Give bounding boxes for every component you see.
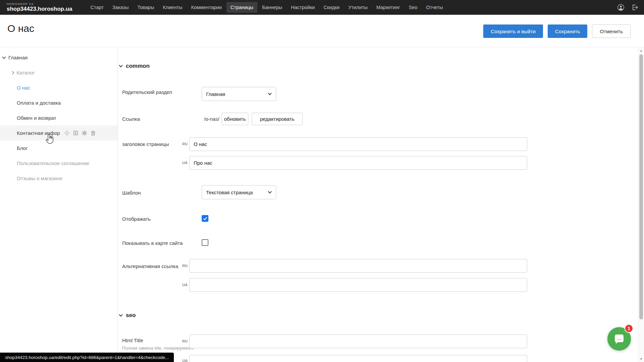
delete-icon[interactable] — [90, 130, 96, 136]
header-buttons: Сохранить и выйти Сохранить Отменить — [483, 24, 631, 38]
topbar: HOROSHOP V4 shop34423.horoshop.ua Старт … — [0, 0, 644, 15]
page-header: О нас Сохранить и выйти Сохранить Отмени… — [0, 15, 644, 47]
link-status-tooltip: shop34423.horoshop.ua/edit/edit.php?id=6… — [0, 353, 174, 362]
tree-item-soglashenie[interactable]: Пользовательское соглашение — [0, 156, 117, 171]
page-title: О нас — [7, 23, 34, 34]
logo-product-label: HOROSHOP V4 — [7, 3, 72, 6]
menu-item-products[interactable]: Товары — [133, 2, 158, 13]
menu-item-start[interactable]: Старт — [87, 2, 108, 13]
sitemap-label: Показывать в карте сайта — [122, 240, 183, 246]
template-select[interactable]: Текстовая страница — [202, 185, 276, 199]
menu-item-marketing[interactable]: Маркетинг — [373, 2, 404, 13]
chat-widget-button[interactable]: 1 — [607, 327, 631, 351]
page-title-ru-input[interactable] — [189, 137, 527, 151]
lang-ru-badge: RU — [182, 142, 188, 146]
tree-item-blog[interactable]: Блог — [0, 141, 117, 156]
chevron-down-icon — [119, 313, 122, 316]
html-title-label: Html Title — [122, 338, 143, 343]
section-title: common — [126, 63, 150, 69]
display-label: Отображать — [122, 216, 151, 222]
tree-item-oplata[interactable]: Оплата и доставка — [0, 95, 117, 110]
menu-item-seo[interactable]: Seo — [405, 2, 422, 13]
page-edit-form: common Родительский раздел Главная Ссылк… — [118, 48, 638, 362]
menu-item-clients[interactable]: Клиенты — [159, 2, 186, 13]
section-seo[interactable]: seo — [119, 312, 136, 319]
menu-item-comments[interactable]: Комментарии — [187, 2, 226, 13]
save-button[interactable]: Сохранить — [548, 24, 588, 38]
scrollbar-thumb[interactable] — [639, 54, 643, 319]
settings-icon[interactable] — [82, 130, 87, 136]
logo[interactable]: HOROSHOP V4 shop34423.horoshop.ua — [7, 3, 72, 12]
lang-ru-badge: RU — [182, 339, 188, 343]
page-title-ua-input[interactable] — [189, 156, 527, 170]
menu-item-reports[interactable]: Отчеты — [422, 2, 447, 13]
chevron-down-icon[interactable] — [2, 55, 6, 59]
tree-item-label: Оплата и доставка — [17, 100, 61, 106]
html-title-hint: Полная замена title, генерируемого — [122, 346, 194, 351]
display-checkbox[interactable] — [202, 215, 208, 222]
html-title-ru-input[interactable] — [189, 334, 527, 348]
menu-item-orders[interactable]: Заказы — [108, 2, 133, 13]
lang-ua-badge: UA — [182, 283, 188, 287]
tree-item-label: Блог — [17, 145, 28, 151]
chevron-down-icon — [268, 91, 271, 95]
link-label: Ссылка — [122, 116, 140, 122]
tree-item-label: Контактная инфор — [17, 130, 60, 136]
tree-item-katalog[interactable]: Каталог — [0, 65, 117, 80]
menu-item-pages[interactable]: Страницы — [227, 2, 257, 13]
section-common[interactable]: common — [119, 63, 150, 69]
menu-item-discounts[interactable]: Скидки — [319, 2, 344, 13]
link-edit-button[interactable]: редактировать — [252, 113, 303, 125]
section-title: seo — [126, 312, 136, 319]
scroll-down-arrow[interactable]: ▼ — [638, 357, 644, 361]
alt-link-ua-input[interactable] — [189, 278, 527, 292]
lang-ua-badge: UA — [182, 359, 188, 362]
add-icon[interactable] — [73, 130, 79, 136]
move-icon[interactable] — [64, 130, 70, 136]
lang-ua-badge: UA — [182, 161, 188, 165]
sitemap-checkbox[interactable] — [202, 239, 208, 246]
tree-item-otzyvy[interactable]: Отзывы о магазине — [0, 171, 117, 186]
tree-item-kontaktnaya[interactable]: Контактная инфор — [0, 125, 117, 141]
scroll-up-arrow[interactable]: ▲ — [638, 48, 644, 53]
lang-ru-badge: RU — [182, 264, 188, 268]
cancel-button[interactable]: Отменить — [592, 24, 631, 38]
account-icon[interactable] — [617, 4, 625, 11]
logout-icon[interactable] — [631, 4, 639, 11]
parent-section-label: Родительский раздел — [122, 89, 172, 95]
page-title-label: заголовок страницы — [122, 141, 169, 147]
logo-domain-label: shop34423.horoshop.ua — [7, 6, 72, 12]
tree-item-label: Главная — [8, 55, 28, 60]
parent-section-select[interactable]: Главная — [202, 87, 276, 101]
tree-item-label: Отзывы о магазине — [17, 175, 62, 181]
check-icon — [203, 216, 207, 221]
main-menu: Старт Заказы Товары Клиенты Комментарии … — [87, 2, 447, 13]
tree-item-label: О нас — [17, 85, 30, 91]
pages-tree-sidebar: Главная Каталог О нас Оплата и доставка … — [0, 48, 117, 362]
link-path: /o-nas/ — [204, 116, 219, 122]
chat-bubble-icon — [613, 332, 626, 345]
chevron-down-icon — [268, 190, 271, 193]
select-value: Главная — [206, 91, 225, 97]
tree-item-label: Пользовательское соглашение — [17, 160, 89, 166]
chevron-down-icon — [119, 63, 122, 67]
menu-item-banners[interactable]: Баннеры — [258, 2, 286, 13]
tree-item-label: Обмен и возврат — [17, 115, 56, 121]
alt-link-ru-input[interactable] — [189, 259, 527, 273]
content-scrollbar[interactable]: ▲ ▼ — [638, 48, 644, 362]
alt-link-label: Альтернативная ссылка — [122, 263, 178, 269]
tree-item-actions — [64, 130, 96, 136]
menu-item-settings[interactable]: Настройки — [287, 2, 319, 13]
select-value: Текстовая страница — [206, 190, 253, 195]
chat-unread-badge: 1 — [625, 324, 633, 333]
tree-item-glavnaya[interactable]: Главная — [0, 50, 117, 65]
chevron-right-icon[interactable] — [10, 71, 14, 74]
tree-item-obmen[interactable]: Обмен и возврат — [0, 110, 117, 125]
menu-item-utilities[interactable]: Утилиты — [344, 2, 372, 13]
tree-item-label: Каталог — [16, 70, 35, 75]
tree-item-o-nas[interactable]: О нас — [0, 80, 117, 95]
html-title-ua-input[interactable] — [189, 355, 527, 362]
save-and-exit-button[interactable]: Сохранить и выйти — [483, 24, 543, 38]
link-update-button[interactable]: обновить — [221, 113, 248, 125]
topbar-right — [617, 4, 639, 11]
